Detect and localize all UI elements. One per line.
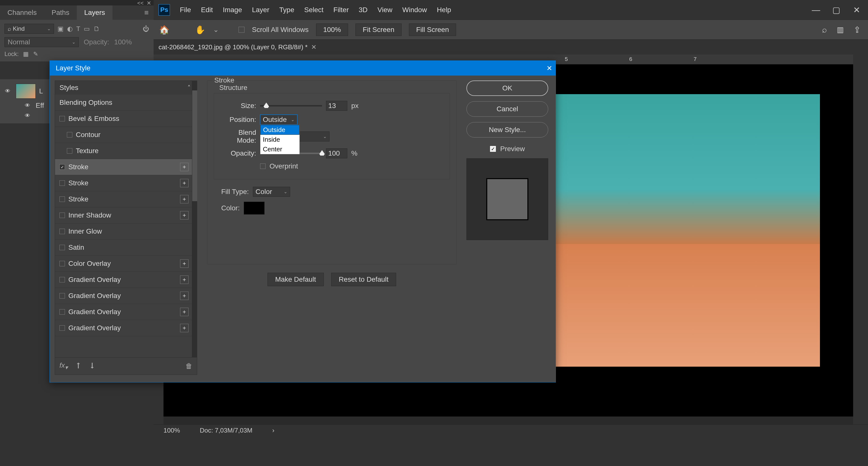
style-checkbox[interactable] — [59, 309, 65, 315]
move-down-icon[interactable]: 🠗 — [89, 362, 96, 370]
menu-window[interactable]: Window — [402, 6, 427, 14]
position-option-inside[interactable]: Inside — [260, 135, 300, 145]
style-item-color-overlay[interactable]: Color Overlay+ — [55, 256, 192, 272]
menu-file[interactable]: File — [180, 6, 191, 14]
overprint-checkbox[interactable] — [260, 163, 266, 169]
menu-image[interactable]: Image — [223, 6, 242, 14]
add-effect-icon[interactable]: + — [180, 324, 188, 332]
fx-menu[interactable]: fx▾ — [59, 362, 68, 371]
status-arrow-icon[interactable]: › — [272, 427, 275, 434]
add-effect-icon[interactable]: + — [180, 291, 188, 300]
add-effect-icon[interactable]: + — [180, 211, 188, 219]
filter-toggle-icon[interactable]: ⏻ — [143, 25, 149, 33]
menu-layer[interactable]: Layer — [252, 6, 269, 14]
filter-smart-icon[interactable]: 🗋 — [93, 25, 100, 33]
close-tab-icon[interactable]: ✕ — [311, 43, 317, 51]
filter-image-icon[interactable]: ▣ — [58, 25, 64, 33]
slider-handle[interactable] — [264, 102, 269, 108]
style-item-gradient-overlay[interactable]: Gradient Overlay+ — [55, 288, 192, 304]
style-checkbox[interactable] — [59, 293, 65, 299]
tab-paths[interactable]: Paths — [44, 5, 77, 20]
opacity-value[interactable]: 100% — [114, 38, 132, 46]
search-icon[interactable]: ⌕ — [822, 25, 827, 34]
blending-options-item[interactable]: Blending Options — [55, 95, 192, 111]
style-checkbox[interactable] — [59, 261, 65, 266]
style-checkbox[interactable] — [59, 213, 65, 218]
style-item-gradient-overlay[interactable]: Gradient Overlay+ — [55, 272, 192, 288]
hand-tool-icon[interactable]: ✋ — [194, 24, 206, 35]
lock-brush-icon[interactable]: ✎ — [33, 51, 38, 58]
lock-pixels-icon[interactable]: ▦ — [23, 51, 29, 58]
add-effect-icon[interactable]: + — [180, 163, 188, 171]
ok-button[interactable]: OK — [466, 81, 548, 96]
styles-header[interactable]: Styles ˄ — [55, 81, 192, 95]
document-tab[interactable]: cat-2068462_1920.jpg @ 100% (Layer 0, RG… — [154, 40, 321, 55]
new-style-button[interactable]: New Style... — [466, 122, 548, 137]
filter-type-icon[interactable]: T — [76, 25, 80, 33]
style-item-inner-shadow[interactable]: Inner Shadow+ — [55, 207, 192, 223]
workspace-icon[interactable]: ▥ — [837, 25, 844, 34]
add-effect-icon[interactable]: + — [180, 195, 188, 204]
chevron-down-icon[interactable]: ⌄ — [213, 26, 219, 34]
stroke-color-swatch[interactable] — [244, 201, 265, 215]
home-icon[interactable]: 🏠 — [159, 24, 170, 35]
style-item-satin[interactable]: Satin — [55, 240, 192, 256]
fill-screen-button[interactable]: Fill Screen — [409, 24, 456, 36]
size-slider[interactable] — [260, 105, 322, 106]
slider-handle[interactable] — [319, 150, 325, 156]
filter-shape-icon[interactable]: ▭ — [84, 25, 90, 33]
menu-edit[interactable]: Edit — [201, 6, 213, 14]
zoom-level-field[interactable]: 100% — [316, 24, 348, 36]
chevron-up-icon[interactable]: ˄ — [188, 84, 190, 91]
style-checkbox[interactable] — [59, 277, 65, 282]
style-item-gradient-overlay[interactable]: Gradient Overlay+ — [55, 304, 192, 320]
position-option-outside[interactable]: Outside — [260, 125, 300, 135]
tab-channels[interactable]: Channels — [0, 5, 44, 20]
filltype-select[interactable]: Color ⌄ — [253, 187, 290, 197]
menu-filter[interactable]: Filter — [334, 6, 349, 14]
menu-view[interactable]: View — [377, 6, 392, 14]
position-option-center[interactable]: Center — [260, 145, 300, 154]
tab-layers[interactable]: Layers — [77, 5, 113, 20]
maximize-icon[interactable]: ▢ — [832, 6, 840, 14]
status-zoom[interactable]: 100% — [163, 427, 180, 434]
style-item-stroke[interactable]: ✓Stroke+ — [55, 159, 192, 175]
dialog-close-icon[interactable]: ✕ — [547, 64, 552, 72]
add-effect-icon[interactable]: + — [180, 259, 188, 268]
add-effect-icon[interactable]: + — [180, 308, 188, 316]
preview-checkbox[interactable]: ✓ — [490, 146, 496, 152]
minimize-icon[interactable]: — — [812, 6, 820, 14]
size-input[interactable]: 13 — [326, 101, 347, 111]
eye-icon[interactable]: 👁 — [5, 88, 12, 94]
style-item-gradient-overlay[interactable]: Gradient Overlay+ — [55, 320, 192, 336]
style-item-bevel-emboss[interactable]: Bevel & Emboss — [55, 111, 192, 127]
menu-select[interactable]: Select — [304, 6, 323, 14]
close-icon[interactable]: ✕ — [852, 6, 861, 14]
style-checkbox[interactable] — [59, 180, 65, 186]
add-effect-icon[interactable]: + — [180, 179, 188, 187]
menu-help[interactable]: Help — [437, 6, 451, 14]
eye-icon[interactable]: 👁 — [25, 102, 32, 109]
menu-type[interactable]: Type — [279, 6, 294, 14]
scroll-all-checkbox[interactable] — [239, 27, 245, 33]
style-checkbox[interactable] — [59, 245, 65, 250]
fit-screen-button[interactable]: Fit Screen — [355, 24, 402, 36]
panel-menu-icon[interactable]: ≡ — [139, 5, 154, 20]
style-checkbox[interactable] — [59, 196, 65, 202]
position-select[interactable]: Outside ⌄ — [260, 115, 297, 125]
style-checkbox[interactable]: ✓ — [59, 164, 65, 170]
eye-icon[interactable]: 👁 — [25, 113, 32, 119]
style-item-texture[interactable]: Texture — [55, 143, 192, 159]
style-checkbox[interactable] — [59, 116, 65, 121]
add-effect-icon[interactable]: + — [180, 276, 188, 284]
style-item-stroke[interactable]: Stroke+ — [55, 191, 192, 207]
layer-thumbnail[interactable] — [16, 84, 36, 99]
opacity-input[interactable]: 100 — [326, 148, 347, 158]
status-doc[interactable]: Doc: 7,03M/7,03M — [200, 427, 252, 434]
style-checkbox[interactable] — [67, 132, 72, 137]
blend-mode-select[interactable]: Normal ⌄ — [4, 37, 79, 47]
styles-scrollbar[interactable] — [192, 81, 197, 358]
layer-filter-kind[interactable]: ⌕ Kind ⌄ — [4, 24, 54, 34]
make-default-button[interactable]: Make Default — [268, 273, 324, 286]
style-item-inner-glow[interactable]: Inner Glow — [55, 223, 192, 240]
